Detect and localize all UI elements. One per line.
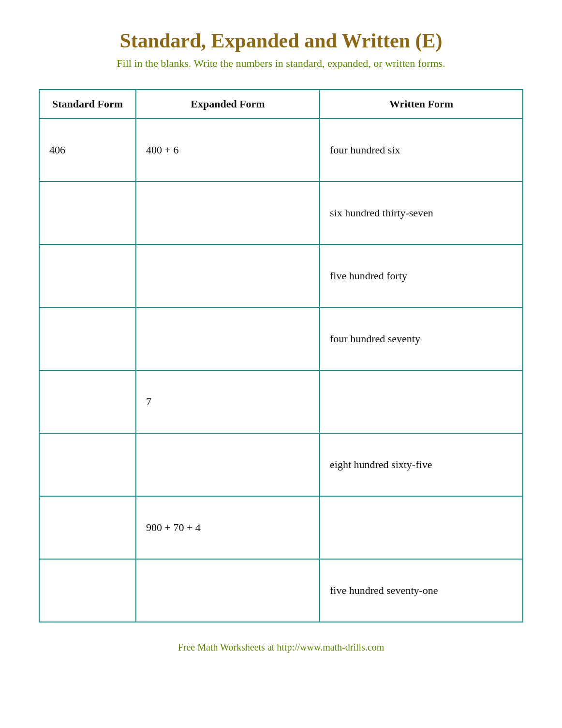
cell-standard-3 bbox=[39, 307, 136, 370]
cell-standard-5 bbox=[39, 433, 136, 496]
worksheet-table: Standard Form Expanded Form Written Form… bbox=[39, 89, 523, 622]
cell-expanded-2 bbox=[136, 244, 320, 307]
cell-written-7: five hundred seventy-one bbox=[320, 559, 523, 622]
header-standard: Standard Form bbox=[39, 90, 136, 119]
table-row: five hundred forty bbox=[39, 244, 523, 307]
table-row: six hundred thirty-seven bbox=[39, 182, 523, 244]
cell-written-4 bbox=[320, 370, 523, 433]
table-row: 7 bbox=[39, 370, 523, 433]
cell-expanded-1 bbox=[136, 182, 320, 244]
cell-expanded-6: 900 + 70 + 4 bbox=[136, 496, 320, 559]
table-row: 406400 + 6four hundred six bbox=[39, 119, 523, 182]
cell-written-3: four hundred seventy bbox=[320, 307, 523, 370]
table-row: 900 + 70 + 4 bbox=[39, 496, 523, 559]
table-header-row: Standard Form Expanded Form Written Form bbox=[39, 90, 523, 119]
page-title: Standard, Expanded and Written (E) bbox=[119, 29, 442, 52]
cell-expanded-7 bbox=[136, 559, 320, 622]
table-row: eight hundred sixty-five bbox=[39, 433, 523, 496]
cell-expanded-5 bbox=[136, 433, 320, 496]
cell-expanded-3 bbox=[136, 307, 320, 370]
footer-text: Free Math Worksheets at http://www.math-… bbox=[178, 642, 385, 653]
cell-standard-1 bbox=[39, 182, 136, 244]
cell-standard-7 bbox=[39, 559, 136, 622]
cell-written-0: four hundred six bbox=[320, 119, 523, 182]
cell-written-6 bbox=[320, 496, 523, 559]
cell-written-1: six hundred thirty-seven bbox=[320, 182, 523, 244]
cell-standard-4 bbox=[39, 370, 136, 433]
cell-expanded-4: 7 bbox=[136, 370, 320, 433]
table-row: four hundred seventy bbox=[39, 307, 523, 370]
cell-standard-0: 406 bbox=[39, 119, 136, 182]
cell-standard-6 bbox=[39, 496, 136, 559]
header-expanded: Expanded Form bbox=[136, 90, 320, 119]
cell-standard-2 bbox=[39, 244, 136, 307]
header-written: Written Form bbox=[320, 90, 523, 119]
cell-written-2: five hundred forty bbox=[320, 244, 523, 307]
page-subtitle: Fill in the blanks. Write the numbers in… bbox=[117, 57, 445, 70]
cell-expanded-0: 400 + 6 bbox=[136, 119, 320, 182]
table-row: five hundred seventy-one bbox=[39, 559, 523, 622]
cell-written-5: eight hundred sixty-five bbox=[320, 433, 523, 496]
